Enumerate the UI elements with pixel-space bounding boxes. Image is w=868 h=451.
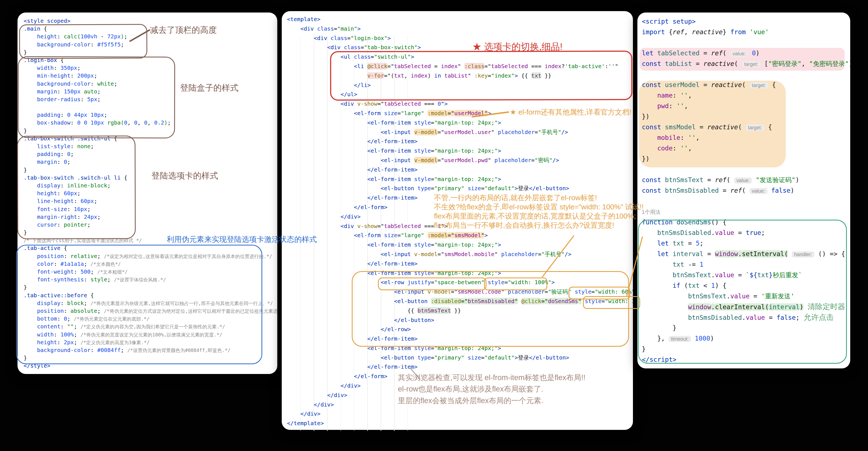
- code-line: const tabList = reactive( target: ["密码登录…: [642, 58, 849, 69]
- code-line: margin-right: 24px;: [24, 213, 276, 221]
- script-panel: <script setup>import {ref, reactive} fro…: [638, 12, 850, 368]
- script-code: <script setup>import {ref, reactive} fro…: [638, 12, 850, 372]
- code-line: <div class="main">: [287, 24, 632, 34]
- code-line: min-height: 200px;: [24, 72, 276, 80]
- code-line: .tab-active::before {: [24, 291, 276, 299]
- code-line: let txt = 5;: [642, 238, 849, 249]
- code-line: <el-button type="primary" size="default"…: [287, 353, 632, 363]
- code-line: </el-row>: [287, 325, 632, 334]
- code-line: <ul class="switch-ul">: [287, 52, 632, 62]
- code-line: [642, 69, 849, 80]
- code-line: padding: 0;: [24, 150, 276, 158]
- code-line: import {ref, reactive} from 'vue': [642, 27, 849, 37]
- code-line: }: [24, 229, 276, 236]
- code-line: <el-input v-model="smsModel.mobile" plac…: [287, 250, 632, 259]
- code-line: height: 2px; /*定义伪元素的高度为3像素.*/: [24, 338, 276, 346]
- code-line: line-height: 60px;: [24, 197, 276, 205]
- code-line: <el-form size="large" :model="smsModel">: [287, 231, 632, 240]
- code-line: </div>: [287, 400, 632, 410]
- code-line: const userModel = reactive( target: {: [642, 80, 849, 90]
- code-line: <li @click="tabSelected = index" :class=…: [287, 62, 632, 71]
- annotated-ide-screenshot: <style scoped>.main { height: calc(100vh…: [0, 0, 868, 451]
- code-line: color: #1a1a1a; /*文本颜色*/: [24, 260, 276, 268]
- code-line: <el-form-item style="margin-top: 24px;">: [287, 175, 632, 184]
- code-line: let interval = window.setInterval( handl…: [642, 249, 849, 259]
- code-line: </template>: [287, 419, 632, 428]
- code-line: function doSendSms() {: [642, 217, 849, 227]
- code-line: cursor: pointer;: [24, 221, 276, 229]
- code-line: font-size: 16px;: [24, 205, 276, 213]
- code-line: <el-input v-model="userModel.user" place…: [287, 128, 632, 137]
- code-line: const btnSmsText = ref( value: "发送验证码"): [642, 175, 849, 185]
- code-line: width: 100%; /*将伪元素的宽度设定为父元素的100%,以便填满父元…: [24, 331, 276, 338]
- code-line: margin: 150px auto;: [24, 88, 276, 95]
- code-line: }: [642, 322, 849, 333]
- code-line: <el-button :disabled="btnSmsDisabled" @c…: [287, 297, 632, 306]
- code-line: code: '',: [642, 143, 849, 153]
- code-line: }: [642, 344, 849, 354]
- code-line: <el-form size="large" :model="userModel"…: [287, 109, 632, 118]
- code-line: name: '',: [642, 90, 849, 101]
- code-line: <el-row justify="space-between" style="w…: [287, 278, 632, 287]
- code-line: <script setup>: [642, 16, 849, 27]
- style-panel: <style scoped>.main { height: calc(100vh…: [18, 12, 277, 374]
- code-line: </ul>: [287, 90, 632, 99]
- code-line: .tab-box-switch .switch-ul li {: [24, 174, 276, 181]
- code-line: <div v-show="tabSelected === 0">: [287, 99, 632, 109]
- code-line: background-color: white;: [24, 80, 276, 88]
- code-line: <div v-show="tabSelected === 1">: [287, 222, 632, 231]
- code-line: }, timeout: 1000): [642, 333, 849, 344]
- code-line: display: block; /*将伪元素显示为块级元素,这样它就可以独占一行…: [24, 299, 276, 307]
- code-line: <el-form-item style="margin-top: 24px;">: [287, 344, 632, 353]
- code-line: position: absolute; /*将伪元素的定位方式设定为绝对定位,这…: [24, 307, 276, 315]
- code-line: background-color: #0084ff; /*设置伪元素的背景颜色为…: [24, 346, 276, 354]
- code-line: background-color: #f5f5f5;: [24, 40, 276, 48]
- code-line: .main {: [24, 25, 276, 32]
- code-line: if (txt < 1) {: [642, 280, 849, 291]
- code-line: [642, 37, 849, 48]
- code-line: }): [642, 111, 849, 122]
- code-line: border-radius: 5px;: [24, 95, 276, 103]
- code-line: height: 60px;: [24, 189, 276, 197]
- code-line: <el-input v-model="userModel.pwd" placeh…: [287, 156, 632, 165]
- code-line: btnSmsText.value = '重新发送': [642, 291, 849, 302]
- code-line: </div>: [287, 391, 632, 400]
- template-panel: <template> <div class="main"> <div class…: [282, 11, 633, 430]
- code-line: <template>: [287, 15, 632, 24]
- style-code: <style scoped>.main { height: calc(100vh…: [18, 12, 277, 378]
- code-line: btnSmsText.value = `${txt}秒后重发`: [642, 270, 849, 280]
- code-line: let tabSelected = ref( value: 0): [642, 48, 849, 58]
- code-line: <el-form-item style="margin-top: 24px;">: [287, 146, 632, 156]
- code-line: .tab-box-switch .switch-ul {: [24, 135, 276, 142]
- code-line: bottom: 0; /*将伪元素定位在父元素的底部.*/: [24, 315, 276, 322]
- code-line: }: [24, 48, 276, 56]
- code-line: 1个用法: [642, 206, 849, 217]
- code-line: /* 下面这两个css用于,实现选项卡激活状态的样式 */: [24, 236, 276, 244]
- code-line: pwd: '',: [642, 101, 849, 111]
- code-line: </el-form-item>: [287, 334, 632, 344]
- code-line: content: ""; /*定义伪元素的内容为空,因为我们希望它只是一个装饰性…: [24, 322, 276, 330]
- code-line: </el-form-item>: [287, 137, 632, 146]
- code-line: }: [24, 354, 276, 362]
- code-line: display: inline-block;: [24, 181, 276, 189]
- code-line: </div>: [287, 409, 632, 419]
- code-line: const btnSmsDisabled = ref( value: false…: [642, 185, 849, 196]
- code-line: }): [642, 153, 849, 164]
- code-line: </el-button>: [287, 316, 632, 325]
- code-line: <el-form-item style="margin-top: 24px;">: [287, 240, 632, 250]
- code-line: }: [24, 127, 276, 135]
- code-line: {{ btnSmsText }}: [287, 306, 632, 316]
- code-line: btnSmsDisabled.value = false; 允许点击: [642, 312, 849, 322]
- code-line: </li>: [287, 81, 632, 90]
- code-line: .tab-active {: [24, 244, 276, 252]
- code-line: position: relative; /*设定为相对定位,这意味着该元素的定位…: [24, 252, 276, 260]
- code-line: }: [24, 166, 276, 174]
- code-line: const smsModel = reactive( target: {: [642, 122, 849, 132]
- code-line: .login-box {: [24, 56, 276, 64]
- code-line: mobile: '',: [642, 132, 849, 143]
- code-line: <style scoped>: [24, 17, 276, 25]
- code-line: </el-form-item>: [287, 259, 632, 269]
- code-line: <el-form-item style="margin-top: 24px;">: [287, 118, 632, 128]
- code-line: <div class="tab-box-switch">: [287, 43, 632, 52]
- code-line: <el-button type="primary" size="default"…: [287, 184, 632, 193]
